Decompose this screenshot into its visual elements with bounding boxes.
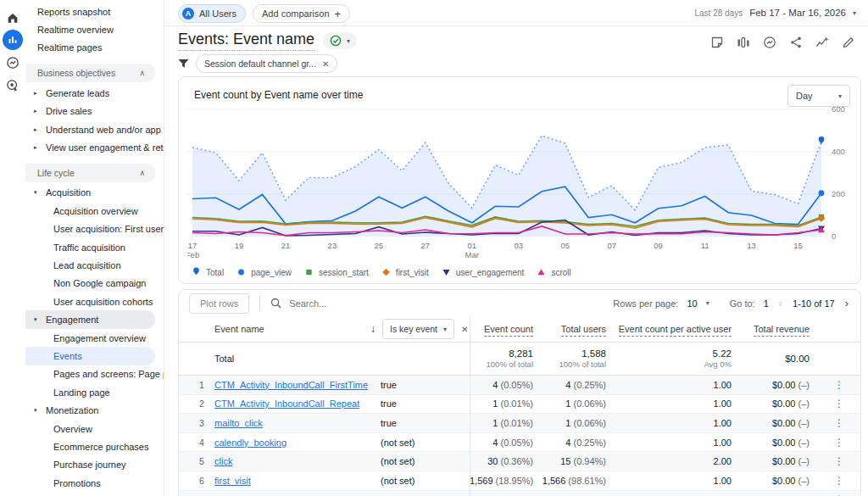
- sidebar-item-label: Traffic acquisition: [53, 242, 125, 253]
- close-icon[interactable]: ✕: [461, 325, 468, 334]
- search-input[interactable]: [287, 298, 401, 309]
- sidebar-item-reports-snapshot[interactable]: Reports snapshot: [25, 3, 164, 20]
- filter-icon[interactable]: [178, 59, 189, 69]
- legend-scroll[interactable]: scroll: [536, 267, 570, 277]
- advertising-icon[interactable]: [3, 75, 23, 96]
- sort-descending-icon[interactable]: ↓: [370, 323, 376, 335]
- sidebar-item-user-acquisition-cohorts[interactable]: User acquisition cohorts: [25, 293, 164, 310]
- sidebar-item-acquisition[interactable]: ▾Acquisition: [25, 184, 164, 202]
- row-menu-icon[interactable]: ⋮: [818, 417, 860, 429]
- sidebar-item-user-acquisition-first-user[interactable]: User acquisition: First user ...: [25, 220, 164, 238]
- chevron-up-icon[interactable]: ∧: [139, 69, 145, 77]
- sidebar-item-purchase-journey[interactable]: Purchase journey: [25, 456, 164, 474]
- sidebar-item-drive-sales[interactable]: ▸Drive sales: [25, 103, 164, 120]
- sidebar-item-checkout-journey[interactable]: Checkout journey: [25, 492, 164, 496]
- sidebar-item-understand-web-app-traffic[interactable]: ▸Understand web and/or app t...: [25, 120, 164, 138]
- sidebar-item-engagement[interactable]: ▾Engagement: [25, 310, 155, 328]
- legend-Total[interactable]: Total: [191, 267, 224, 277]
- date-range-picker[interactable]: Last 28 days Feb 17 - Mar 16, 2026 ▾: [694, 8, 856, 18]
- goto-input[interactable]: 1: [764, 298, 769, 309]
- legend-label: Total: [206, 268, 224, 277]
- column-event-name[interactable]: Event name: [214, 324, 381, 334]
- event-name-link[interactable]: CTM_Activity_InboundCall_Repeat: [214, 398, 381, 409]
- sidebar-item-traffic-acquisition[interactable]: Traffic acquisition: [25, 238, 164, 256]
- note-icon[interactable]: [708, 33, 726, 52]
- all-users-chip[interactable]: A All Users: [178, 4, 246, 23]
- row-menu-icon[interactable]: ⋮: [818, 398, 860, 410]
- home-icon[interactable]: [3, 8, 23, 28]
- sidebar-item-non-google-campaign[interactable]: Non Google campaign: [25, 275, 164, 293]
- sidebar-item-realtime-pages[interactable]: Realtime pages: [25, 39, 164, 57]
- event-name-link[interactable]: click: [214, 456, 381, 466]
- explore-icon[interactable]: [3, 53, 23, 73]
- sidebar-item-events[interactable]: Events: [25, 347, 155, 365]
- row-menu-icon[interactable]: ⋮: [818, 455, 860, 467]
- table-row: 5click(not set)30 (0.36%)15 (0.94%)2.00$…: [179, 452, 860, 471]
- column-total-users[interactable]: Total users: [542, 324, 615, 334]
- legend-page_view[interactable]: page_view: [236, 267, 292, 277]
- key-event-dropdown-label: Is key event: [390, 324, 437, 334]
- search-icon: [270, 298, 281, 309]
- key-event-filter: ↓ Is key event ▾ ✕: [370, 319, 470, 339]
- sidebar-item-label: Purchase journey: [53, 460, 126, 470]
- sidebar-item-business-objectives[interactable]: Business objectives∧: [25, 64, 155, 82]
- totals-total-users: 1,588: [542, 348, 606, 359]
- row-menu-icon[interactable]: ⋮: [818, 379, 860, 391]
- event-name-link[interactable]: calendly_booking: [214, 437, 381, 448]
- benchmark-icon[interactable]: [734, 33, 753, 52]
- sidebar-item-acquisition-overview[interactable]: Acquisition overview: [25, 202, 164, 220]
- legend-user_engagement[interactable]: user_engagement: [441, 267, 525, 277]
- session_start-legend-marker: [306, 270, 311, 275]
- prev-page-icon[interactable]: ‹: [777, 297, 784, 309]
- sidebar-item-landing-page[interactable]: Landing page: [25, 383, 164, 401]
- sidebar-item-engagement-overview[interactable]: Engagement overview: [25, 329, 164, 347]
- column-event-count-per-active-user[interactable]: Event count per active user: [615, 324, 740, 334]
- sidebar-item-monetization[interactable]: ▾Monetization: [25, 401, 164, 419]
- legend-first_visit[interactable]: first_visit: [381, 267, 429, 277]
- row-menu-icon[interactable]: ⋮: [818, 437, 860, 449]
- next-page-icon[interactable]: ›: [843, 297, 850, 309]
- chevron-collapsed-icon: ▸: [34, 126, 46, 133]
- page-title[interactable]: Events: Event name: [178, 31, 314, 51]
- close-icon[interactable]: ✕: [322, 59, 329, 69]
- key-event-dropdown[interactable]: Is key event ▾: [382, 319, 454, 339]
- explore-icon[interactable]: [760, 33, 779, 52]
- table-body: 1CTM_Activity_InboundCall_FirstTimetrue4…: [179, 376, 860, 496]
- sidebar-item-lead-acquisition[interactable]: Lead acquisition: [25, 256, 164, 274]
- add-comparison-chip[interactable]: Add comparison +: [253, 4, 350, 23]
- filter-chip[interactable]: Session default channel gr... ✕: [196, 54, 337, 73]
- insights-icon[interactable]: [813, 33, 832, 52]
- column-total-revenue[interactable]: Total revenue: [740, 324, 818, 334]
- report-status-pill[interactable]: ▾: [323, 32, 357, 49]
- sidebar-item-life-cycle[interactable]: Life cycle∧: [25, 164, 155, 182]
- edit-icon[interactable]: [839, 33, 858, 52]
- event-name-link[interactable]: CTM_Activity_InboundCall_FirstTime: [214, 380, 381, 390]
- chevron-collapsed-icon: ▸: [34, 144, 46, 151]
- rows-per-page-value[interactable]: 10: [687, 298, 697, 309]
- sidebar-item-ecommerce-purchases[interactable]: Ecommerce purchases: [25, 437, 164, 455]
- reports-icon[interactable]: [3, 30, 23, 50]
- plot-rows-button[interactable]: Plot rows: [189, 293, 249, 314]
- chevron-up-icon[interactable]: ∧: [139, 169, 145, 177]
- sidebar-item-monetization-overview[interactable]: Overview: [25, 420, 164, 437]
- sidebar-item-view-user-engagement-retention[interactable]: ▸View user engagement & rete...: [25, 138, 164, 156]
- sidebar-item-pages-and-screens[interactable]: Pages and screens: Page p...: [25, 365, 164, 383]
- event-name-link[interactable]: mailto_click: [214, 418, 381, 428]
- chevron-down-icon[interactable]: ▾: [706, 299, 709, 307]
- sidebar-item-realtime-overview[interactable]: Realtime overview: [25, 20, 164, 38]
- app-rail: [0, 0, 25, 496]
- chevron-down-icon: ▾: [838, 92, 842, 100]
- legend-session_start[interactable]: session_start: [303, 267, 369, 277]
- sidebar-item-generate-leads[interactable]: ▸Generate leads: [25, 84, 164, 102]
- share-icon[interactable]: [787, 33, 805, 52]
- table-column-divider: [470, 316, 470, 496]
- table-toolbar: Plot rows Rows per page: 10 ▾ Go to: 1 ‹…: [179, 290, 860, 316]
- event-count-pct: (0.01%): [500, 398, 533, 409]
- sidebar-item-label: Reports snapshot: [37, 7, 110, 17]
- event-count-pct: (0.36%): [500, 456, 533, 466]
- row-menu-icon[interactable]: ⋮: [818, 475, 860, 487]
- column-event-count[interactable]: Event count: [470, 324, 542, 334]
- event-name-link[interactable]: first_visit: [214, 476, 381, 486]
- total-users-cell: 1 (0.06%): [542, 418, 615, 428]
- sidebar-item-promotions[interactable]: Promotions: [25, 474, 164, 492]
